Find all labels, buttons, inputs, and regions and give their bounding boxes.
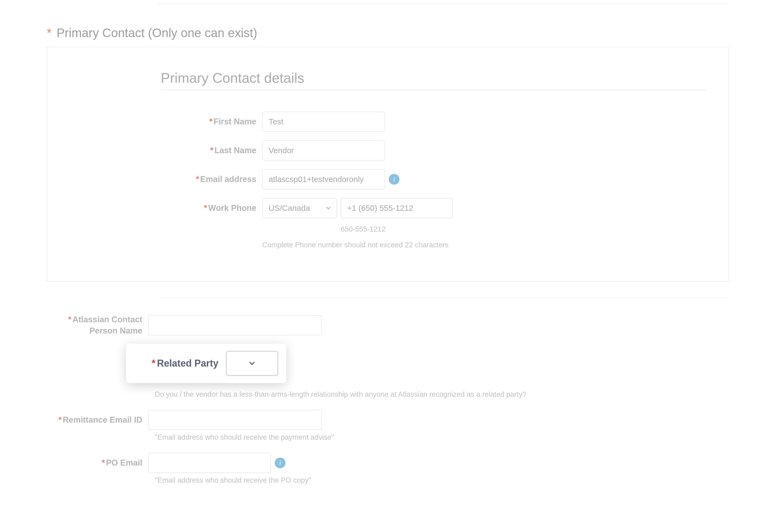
required-asterisk: *	[47, 26, 51, 40]
remittance-email-input[interactable]	[148, 410, 322, 430]
remittance-email-row: *Remittance Email ID "Email address who …	[47, 410, 729, 442]
work-phone-label: *Work Phone	[161, 203, 262, 214]
section-title: * Primary Contact (Only one can exist)	[47, 26, 257, 40]
po-email-hint: "Email address who should receive the PO…	[155, 476, 729, 485]
info-icon[interactable]: i	[275, 458, 286, 468]
phone-length-hint: Complete Phone number should not exceed …	[262, 241, 707, 249]
email-label-text: Email address	[200, 174, 256, 184]
remittance-email-label: *Remittance Email ID	[47, 414, 148, 426]
related-party-hint: Do you / the vendor has a less-than-arms…	[155, 390, 729, 399]
atlassian-contact-label: *Atlassian Contact Person Name	[47, 314, 148, 336]
first-name-label-text: First Name	[214, 117, 256, 126]
top-divider	[158, 4, 729, 4]
work-phone-row: *Work Phone US/Canada	[161, 198, 707, 218]
po-email-label: *PO Email	[47, 457, 148, 469]
lower-divider	[160, 297, 729, 298]
work-phone-input[interactable]	[341, 198, 453, 218]
first-name-input[interactable]	[262, 112, 385, 132]
related-party-label-text: Related Party	[157, 358, 219, 369]
related-party-select[interactable]	[226, 351, 278, 376]
last-name-label-text: Last Name	[215, 146, 256, 155]
email-label: *Email address	[161, 174, 262, 185]
phone-example-hint: 650-555-1212	[341, 225, 707, 233]
phone-country-select[interactable]: US/Canada	[262, 198, 337, 218]
remittance-email-label-text: Remittance Email ID	[63, 415, 142, 424]
email-row: *Email address i	[161, 169, 707, 189]
related-party-highlight: *Related Party	[126, 344, 286, 383]
atlassian-contact-input[interactable]	[148, 315, 322, 335]
lower-section: *Atlassian Contact Person Name Do you / …	[47, 297, 729, 496]
work-phone-label-text: Work Phone	[208, 203, 256, 213]
last-name-input[interactable]	[262, 140, 385, 161]
panel-subtitle: Primary Contact details	[161, 70, 707, 86]
po-email-input[interactable]	[148, 453, 271, 473]
panel-subtitle-divider	[161, 90, 707, 90]
section-title-text: Primary Contact (Only one can exist)	[57, 26, 258, 40]
related-party-label: *Related Party	[134, 358, 226, 369]
last-name-label: *Last Name	[161, 145, 262, 156]
primary-contact-panel: Primary Contact details *First Name *Las…	[47, 47, 729, 281]
atlassian-contact-row: *Atlassian Contact Person Name	[47, 314, 729, 336]
po-email-label-text: PO Email	[106, 458, 142, 467]
info-icon[interactable]: i	[389, 174, 399, 185]
remittance-email-hint: "Email address who should receive the pa…	[155, 433, 729, 442]
chevron-down-icon	[325, 205, 332, 211]
atlassian-contact-label-text: Atlassian Contact Person Name	[72, 315, 142, 335]
first-name-label: *First Name	[161, 116, 262, 127]
email-input[interactable]	[262, 169, 385, 189]
first-name-row: *First Name	[161, 112, 707, 132]
chevron-down-icon	[248, 359, 256, 368]
last-name-row: *Last Name	[161, 140, 707, 161]
phone-country-value: US/Canada	[269, 204, 310, 213]
po-email-row: *PO Email i "Email address who should re…	[47, 453, 729, 485]
